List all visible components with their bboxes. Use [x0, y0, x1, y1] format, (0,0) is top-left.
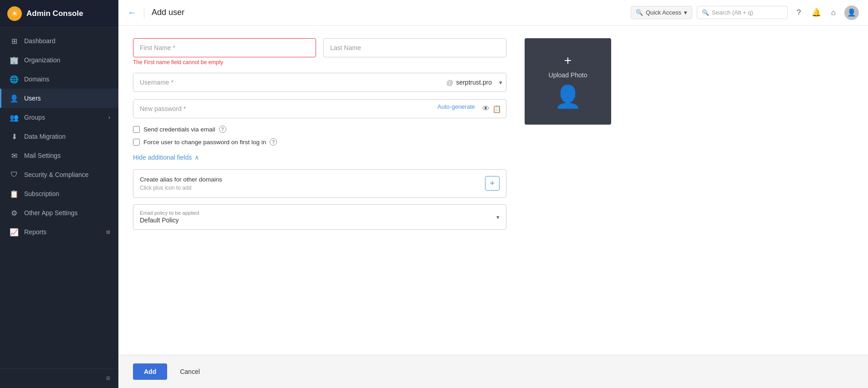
alias-hint: Click plus icon to add [140, 185, 222, 191]
send-credentials-row: Send credentials via email ? [133, 126, 506, 133]
policy-chevron-icon: ▾ [496, 214, 500, 221]
send-credentials-label: Send credentials via email [143, 126, 215, 133]
domain-chevron-icon[interactable]: ▾ [495, 79, 506, 86]
sidebar-item-label: Mail Settings [24, 152, 61, 159]
first-name-error: The First name field cannot be empty [133, 59, 316, 66]
help-icon: ? [797, 8, 801, 17]
form-area: The First name field cannot be empty @ s… [133, 38, 853, 230]
sidebar-item-domains[interactable]: 🌐 Domains [0, 70, 118, 89]
back-button[interactable]: ← [128, 7, 137, 18]
sidebar-title: Admin Console [26, 9, 83, 18]
first-name-group: The First name field cannot be empty [133, 38, 316, 66]
send-credentials-help-icon[interactable]: ? [219, 126, 226, 133]
upload-plus-icon: + [564, 53, 572, 68]
other-app-settings-icon: ⚙ [10, 208, 19, 217]
topbar-divider [144, 7, 144, 18]
page-footer: Add Cancel [118, 355, 868, 388]
search-placeholder: Search (Alt + q) [712, 9, 753, 16]
sidebar-item-mail-settings[interactable]: ✉ Mail Settings [0, 146, 118, 165]
hide-fields-toggle[interactable]: Hide additional fields ∧ [133, 154, 506, 161]
sidebar-item-groups[interactable]: 👥 Groups › [0, 108, 118, 127]
upload-photo-label: Upload Photo [549, 71, 587, 79]
sidebar-item-other-app-settings[interactable]: ⚙ Other App Settings [0, 203, 118, 222]
page-title: Add user [152, 8, 184, 17]
reports-badge-icon: ⊠ [106, 229, 110, 235]
send-credentials-checkbox[interactable] [133, 126, 140, 133]
user-avatar[interactable]: 👤 [844, 5, 859, 20]
sidebar-header: ☀ Admin Console [0, 0, 118, 28]
policy-box[interactable]: Email policy to be applied Default Polic… [133, 204, 506, 230]
security-icon: 🛡 [10, 170, 19, 179]
users-icon: 👤 [10, 94, 19, 103]
groups-icon: 👥 [10, 113, 19, 122]
notifications-button[interactable]: 🔔 [810, 6, 822, 19]
username-input[interactable] [133, 73, 444, 91]
policy-value: Default Policy [140, 217, 199, 224]
alias-box-content: Create alias for other domains Click plu… [140, 176, 222, 191]
username-domain: serptrust.pro [456, 79, 495, 86]
sidebar-item-label: Data Migration [24, 133, 66, 140]
password-input[interactable] [133, 100, 482, 118]
sidebar-item-label: Security & Compliance [24, 171, 89, 178]
help-button[interactable]: ? [792, 6, 805, 19]
sidebar-item-label: Subscription [24, 190, 59, 197]
quick-access-chevron-icon: ▾ [684, 9, 687, 16]
reports-icon: 📈 [10, 227, 19, 237]
password-wrapper: Auto-generate 👁 📋 [133, 99, 506, 118]
quick-access-button[interactable]: 🔍 Quick Access ▾ [631, 6, 692, 19]
sidebar-item-dashboard[interactable]: ⊞ Dashboard [0, 31, 118, 50]
alias-title: Create alias for other domains [140, 176, 222, 183]
at-symbol: @ [444, 79, 456, 86]
bell-icon: 🔔 [812, 8, 821, 17]
sidebar-collapse-button[interactable]: ≡ [106, 374, 110, 383]
upload-photo-area[interactable]: + Upload Photo 👤 [525, 38, 611, 125]
sidebar-item-subscription[interactable]: 📋 Subscription [0, 184, 118, 203]
password-row: Auto-generate 👁 📋 [133, 99, 506, 118]
sidebar-item-data-migration[interactable]: ⬇ Data Migration [0, 127, 118, 146]
sidebar-item-security-compliance[interactable]: 🛡 Security & Compliance [0, 165, 118, 184]
avatar-icon: 👤 [847, 8, 856, 17]
hide-fields-label: Hide additional fields [133, 154, 192, 161]
sidebar-footer: ≡ [0, 368, 118, 388]
topbar-right: 🔍 Quick Access ▾ 🔍 Search (Alt + q) ? 🔔 … [631, 5, 859, 20]
dashboard-icon: ⊞ [10, 36, 19, 45]
search-box-icon: 🔍 [702, 9, 709, 16]
mail-settings-icon: ✉ [10, 151, 19, 160]
subscription-icon: 📋 [10, 189, 19, 198]
username-row: @ serptrust.pro ▾ [133, 73, 506, 92]
show-password-icon[interactable]: 👁 [482, 105, 490, 113]
sidebar-item-label: Domains [24, 76, 49, 83]
force-change-help-icon[interactable]: ? [270, 138, 277, 146]
username-wrapper: @ serptrust.pro ▾ [133, 73, 506, 92]
chevron-up-icon: ∧ [194, 154, 199, 161]
alias-add-button[interactable]: + [485, 176, 500, 191]
additional-fields: Create alias for other domains Click plu… [133, 169, 506, 230]
password-icons: 👁 📋 [482, 105, 506, 113]
home-button[interactable]: ⌂ [827, 6, 840, 19]
sidebar-nav: ⊞ Dashboard 🏢 Organization 🌐 Domains 👤 U… [0, 28, 118, 368]
sidebar-item-label: Users [24, 95, 41, 102]
force-change-label: Force user to change password on first l… [143, 139, 266, 146]
auto-generate-button[interactable]: Auto-generate [438, 103, 479, 110]
first-name-input[interactable] [133, 38, 316, 57]
cancel-button[interactable]: Cancel [173, 363, 207, 380]
search-box[interactable]: 🔍 Search (Alt + q) [697, 6, 788, 19]
page-content: The First name field cannot be empty @ s… [118, 25, 868, 355]
sidebar: ☀ Admin Console ⊞ Dashboard 🏢 Organizati… [0, 0, 118, 388]
quick-access-label: Quick Access [646, 9, 681, 16]
sidebar-item-reports[interactable]: 📈 Reports ⊠ [0, 222, 118, 242]
force-change-checkbox[interactable] [133, 139, 140, 146]
force-change-row: Force user to change password on first l… [133, 138, 506, 146]
alias-box: Create alias for other domains Click plu… [133, 169, 506, 198]
sidebar-item-label: Reports [24, 228, 46, 236]
add-button[interactable]: Add [133, 363, 167, 380]
organization-icon: 🏢 [10, 55, 19, 65]
topbar: ← Add user 🔍 Quick Access ▾ 🔍 Search (Al… [118, 0, 868, 25]
sidebar-item-organization[interactable]: 🏢 Organization [0, 50, 118, 70]
copy-password-icon[interactable]: 📋 [492, 105, 501, 113]
sidebar-item-label: Dashboard [24, 37, 56, 45]
last-name-input[interactable] [323, 38, 506, 57]
form-left: The First name field cannot be empty @ s… [133, 38, 506, 230]
sidebar-item-users[interactable]: 👤 Users [0, 89, 118, 108]
sidebar-item-label: Organization [24, 56, 60, 64]
